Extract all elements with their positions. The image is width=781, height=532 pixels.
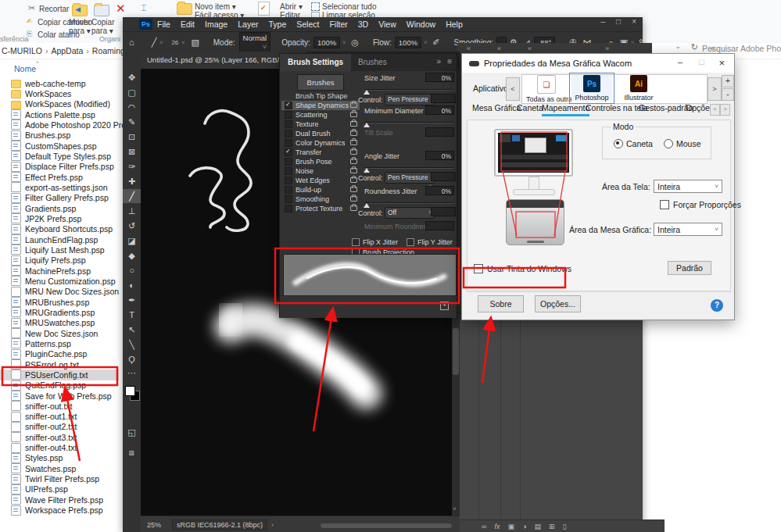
mode-select[interactable]: Normal˅ [239,32,271,52]
size-control-select[interactable]: Pen Pressure˅ [385,94,435,105]
tool-button[interactable]: ✥ [123,70,141,84]
brush-option-row[interactable]: Brush Pose [281,157,360,166]
ribbon-move-to-2[interactable]: para ▾ [69,27,91,35]
file-row[interactable]: MRUGradients.psp [0,307,119,317]
foreground-color[interactable] [125,386,135,396]
tabs-prev-icon[interactable]: < [710,104,720,116]
menu-type[interactable]: Type [268,20,286,29]
brush-tool-icon[interactable]: ╱ [152,37,157,48]
tool-button[interactable]: ✒ [123,293,141,307]
address-dropdown-icon[interactable]: ⌄ [675,42,681,50]
link-layers-icon[interactable]: ∞ [482,523,486,530]
file-row[interactable]: Liquify Prefs.psp [0,255,119,266]
maximize-button[interactable]: □ [616,17,621,26]
ribbon-open[interactable]: Abrir ▾ [280,2,303,11]
flip-y-checkbox[interactable]: Flip Y Jitter [407,238,453,246]
lock-icon[interactable] [350,140,357,145]
new-group-icon[interactable]: ▤ [534,523,541,530]
file-row[interactable]: sniffer-out3.txt [0,432,119,442]
brush-option-row[interactable]: Protect Texture [281,204,360,213]
brush-option-row[interactable]: Dual Brush [281,129,360,138]
application-item[interactable]: Ps Photoshop [571,75,612,102]
file-row[interactable]: PluginCache.psp [0,349,119,359]
ribbon-select-all[interactable]: Selecionar tudo [322,2,377,11]
tab-brushes[interactable]: Brushes [350,54,395,71]
file-row[interactable]: LaunchEndFlag.psp [0,234,119,245]
size-jitter-slider[interactable] [364,89,453,91]
menu-view[interactable]: View [378,20,396,29]
layer-styles-icon[interactable]: fx [494,523,500,530]
checkbox[interactable] [285,186,292,194]
checkbox[interactable] [285,205,292,212]
help-button[interactable]: ? [711,299,723,312]
flow-value[interactable]: 100% [395,37,421,48]
file-row[interactable]: export-as-settings.json [0,182,119,192]
app-prev-button[interactable]: < [506,77,520,101]
ribbon-copy-to[interactable]: Copiar [91,18,114,27]
brush-option-row[interactable]: Brush Tip Shape [281,91,360,101]
lock-icon[interactable] [350,102,357,108]
ribbon-copy-to-2[interactable]: para ▾ [91,27,113,35]
add-app-button[interactable]: + [722,75,734,87]
menu-edit[interactable]: Edit [181,20,195,29]
screen-area-select[interactable]: Inteira˅ [654,180,722,193]
lock-icon[interactable] [350,168,357,173]
delete-icon[interactable]: ✕ [116,2,126,16]
file-row[interactable]: UIPrefs.psp [0,484,119,495]
refresh-icon[interactable]: ↻ [691,42,698,52]
mouse-mode-radio[interactable]: Mouse [664,139,701,148]
file-row[interactable]: Actions Palette.psp [0,109,119,120]
file-row[interactable]: Twirl Filter Prefs.psp [0,473,119,484]
tool-button[interactable]: Ϙ [123,352,141,366]
collapse-icon[interactable]: « [528,45,532,52]
lock-icon[interactable] [350,112,357,117]
dialog-tab[interactable]: Caneta [517,103,543,112]
minimize-button[interactable]: – [601,17,606,26]
search-input[interactable]: Pesquisar Adobe Pho [702,44,781,53]
checkbox[interactable] [285,102,292,109]
app-next-button[interactable]: > [708,77,722,101]
tool-button[interactable]: ↺ [123,219,141,233]
min-diameter-value[interactable]: 0% [425,105,454,115]
menu-select[interactable]: Select [296,20,319,29]
tool-button[interactable]: ╱ [123,189,141,203]
tool-button[interactable]: ⊥ [123,204,141,218]
scrollbar-thumb[interactable] [453,328,459,375]
file-row[interactable]: MachinePrefs.psp [0,266,119,276]
brush-option-row[interactable]: Transfer [281,148,360,157]
file-row[interactable]: Displace Filter Prefs.psp [0,162,119,172]
zoom-level[interactable]: 25% [147,521,161,529]
tool-button[interactable]: ✑ [123,159,141,173]
checkbox[interactable] [285,130,292,137]
dialog-tab[interactable]: Mapeamento [542,103,589,116]
about-button[interactable]: Sobre [478,295,524,312]
sort-ascending-icon[interactable]: ^ [36,59,39,66]
file-row[interactable]: Styles.psp [0,453,119,463]
panel-menu-icon[interactable]: ≡ [447,57,452,66]
application-item[interactable]: Ai Illustrator [618,75,659,102]
new-brush-icon[interactable]: + [440,302,449,310]
opacity-pressure-icon[interactable]: ◎ [351,37,359,48]
file-row[interactable]: WorkSpaces (Modified) [0,99,119,109]
menu-3d[interactable]: 3D [358,20,368,29]
tool-button[interactable]: ◐ [123,278,141,292]
file-row[interactable]: sniffer-out.txt [0,401,119,411]
file-row[interactable]: Effect Prefs.psp [0,172,119,182]
edit-toolbar-icon[interactable]: ⋯ [123,366,141,380]
checkbox[interactable] [285,111,292,119]
tool-button[interactable]: ◠ [123,100,141,114]
tool-button[interactable]: T [123,308,141,322]
brush-option-row[interactable]: Shape Dynamics [281,101,360,110]
min-diameter-slider[interactable] [364,122,453,123]
brush-option-row[interactable]: Smoothing [281,195,360,204]
collapse-icon[interactable]: « [467,45,471,52]
maximize-button[interactable]: □ [699,57,704,66]
file-row[interactable]: Swatches.psp [0,463,119,473]
tool-button[interactable]: ↖ [123,323,141,337]
file-row[interactable]: PSUserConfig.txt [0,370,119,380]
tool-button[interactable]: ▢ [123,85,141,99]
tool-button[interactable]: ⊠ [123,145,141,159]
file-row[interactable]: Adobe Photoshop 2020 Prefs.psp [0,120,119,130]
lock-icon[interactable] [350,121,357,127]
lock-icon[interactable] [350,159,357,164]
